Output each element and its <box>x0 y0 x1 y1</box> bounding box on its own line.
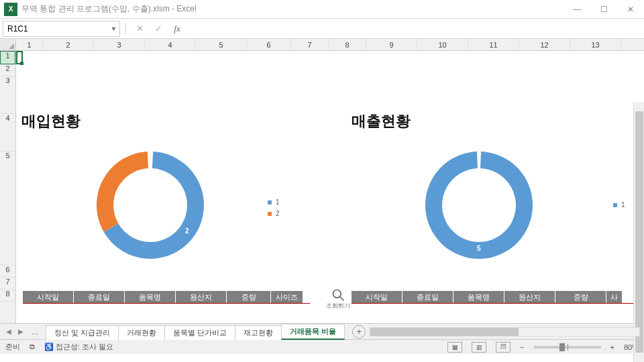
th[interactable]: 종료일 <box>74 291 125 303</box>
view-page-break-icon[interactable]: 凹 <box>496 342 511 353</box>
minimize-button[interactable]: — <box>564 0 590 19</box>
donut-label-1: 1 <box>118 192 122 200</box>
stats-icon[interactable]: ⧉ <box>30 343 35 351</box>
col-header[interactable]: 9 <box>366 39 417 50</box>
zoom-slider[interactable] <box>534 346 601 349</box>
scrollbar-thumb[interactable] <box>635 111 643 353</box>
chart-title-sales: 매출현황 <box>352 111 411 131</box>
legend-label: 1 <box>276 198 280 206</box>
table-row-empty[interactable] <box>23 303 310 312</box>
col-header[interactable]: 13 <box>570 39 621 50</box>
sheet-tab[interactable]: 재고현황 <box>235 325 282 340</box>
window-title: 무역 통합 관리 프로그램(수입, 수출).xlsm - Excel <box>21 3 564 15</box>
svg-line-1 <box>340 296 344 300</box>
donut-label-5: 5 <box>477 245 481 252</box>
col-header[interactable]: 6 <box>247 39 291 50</box>
legend-swatch <box>268 212 272 216</box>
svg-point-0 <box>333 290 341 298</box>
donut-chart-sales: 5 <box>412 138 546 272</box>
th[interactable]: 사이즈 <box>271 291 303 303</box>
zoom-in-button[interactable]: + <box>610 343 614 351</box>
row-header[interactable]: 8 <box>0 290 15 302</box>
row-header[interactable]: 2 <box>0 64 15 76</box>
sheet-nav-more-icon[interactable]: … <box>28 327 42 337</box>
view-page-layout-icon[interactable]: ▥ <box>472 342 486 353</box>
col-header[interactable]: 1 <box>16 39 43 50</box>
chart-title-purchase: 매입현황 <box>21 111 80 131</box>
col-header[interactable]: 11 <box>468 39 519 50</box>
formula-bar: R1C1 ▼ ✕ ✓ fx <box>0 19 644 39</box>
sheet-tab[interactable]: 거래현황 <box>118 325 165 340</box>
legend-purchase: 1 2 <box>268 198 280 221</box>
sheet-tab-active[interactable]: 거래품목 비율 <box>281 324 345 340</box>
grid-area: 1 2 3 4 5 6 7 8 매입현황 매출현황 1 2 1 2 <box>0 51 644 323</box>
legend-sales: 1 <box>613 201 625 213</box>
col-header[interactable]: 2 <box>43 39 94 50</box>
search-label: 조회하기 <box>326 302 350 310</box>
zoom-out-button[interactable]: − <box>520 343 524 351</box>
select-all-corner[interactable] <box>0 39 16 50</box>
excel-icon: X <box>4 3 17 16</box>
col-header[interactable]: 4 <box>145 39 196 50</box>
accessibility-status[interactable]: ♿ 접근성: 조사 필요 <box>44 342 113 352</box>
formula-input[interactable] <box>188 21 641 37</box>
separator <box>125 22 126 36</box>
view-normal-icon[interactable]: ▦ <box>447 342 462 353</box>
th[interactable]: 원산지 <box>504 291 555 303</box>
col-header[interactable]: 3 <box>94 39 145 50</box>
fx-icon[interactable]: fx <box>169 21 185 37</box>
legend-swatch <box>268 200 272 204</box>
table-header-right: 시작일 종료일 품목명 원산지 중량 사 <box>352 291 623 303</box>
enter-formula-icon[interactable]: ✓ <box>150 21 166 37</box>
column-headers: 1 2 3 4 5 6 7 8 9 10 11 12 13 <box>0 39 644 51</box>
name-box-value: R1C1 <box>7 24 28 34</box>
scrollbar-thumb[interactable] <box>370 328 518 336</box>
th[interactable]: 시작일 <box>23 291 74 303</box>
add-sheet-button[interactable]: + <box>352 325 366 339</box>
th[interactable]: 사 <box>606 291 623 303</box>
col-header[interactable]: 10 <box>417 39 468 50</box>
search-button[interactable]: 조회하기 <box>325 287 352 311</box>
col-header[interactable]: 7 <box>291 39 329 50</box>
horizontal-scrollbar[interactable] <box>370 327 640 337</box>
th[interactable]: 중량 <box>555 291 606 303</box>
sheet-nav-next-icon[interactable]: ▶ <box>16 327 25 337</box>
title-bar: X 무역 통합 관리 프로그램(수입, 수출).xlsm - Excel — ☐… <box>0 0 644 19</box>
row-header[interactable]: 6 <box>0 265 15 278</box>
status-ready: 준비 <box>5 342 20 352</box>
search-icon <box>331 288 345 302</box>
sheet-tab[interactable]: 정산 및 지급관리 <box>46 325 119 340</box>
status-bar: 준비 ⧉ ♿ 접근성: 조사 필요 ▦ ▥ 凹 − + 80% <box>0 339 644 354</box>
name-box-dropdown-icon[interactable]: ▼ <box>111 25 117 32</box>
row-header[interactable]: 7 <box>0 278 15 290</box>
row-header[interactable]: 1 <box>0 51 15 64</box>
vertical-scrollbar[interactable] <box>633 102 644 362</box>
col-header[interactable]: 5 <box>196 39 247 50</box>
legend-label: 1 <box>621 201 625 208</box>
donut-chart-purchase: 1 2 <box>83 138 217 272</box>
zoom-knob[interactable] <box>559 343 565 351</box>
worksheet[interactable]: 매입현황 매출현황 1 2 1 2 5 1 <box>16 51 644 323</box>
th[interactable]: 시작일 <box>352 291 402 303</box>
row-header[interactable]: 3 <box>0 76 15 114</box>
selected-cell[interactable] <box>16 51 23 64</box>
sheet-tab[interactable]: 품목별 단가비교 <box>164 325 235 340</box>
row-header[interactable]: 5 <box>0 152 15 265</box>
col-header[interactable]: 12 <box>519 39 570 50</box>
table-row-empty[interactable] <box>352 303 633 312</box>
th[interactable]: 원산지 <box>176 291 227 303</box>
row-headers: 1 2 3 4 5 6 7 8 <box>0 51 16 323</box>
sheet-nav-prev-icon[interactable]: ◀ <box>4 327 13 337</box>
name-box[interactable]: R1C1 ▼ <box>3 21 120 37</box>
sheet-nav: ◀ ▶ … <box>0 327 46 337</box>
th[interactable]: 종료일 <box>402 291 453 303</box>
sheet-tab-row: ◀ ▶ … 정산 및 지급관리 거래현황 품목별 단가비교 재고현황 거래품목 … <box>0 323 644 339</box>
cancel-formula-icon[interactable]: ✕ <box>131 21 148 37</box>
row-header[interactable]: 4 <box>0 114 15 152</box>
maximize-button[interactable]: ☐ <box>590 0 617 19</box>
th[interactable]: 품목명 <box>453 291 504 303</box>
th[interactable]: 중량 <box>227 291 271 303</box>
close-button[interactable]: ✕ <box>617 0 644 19</box>
col-header[interactable]: 8 <box>329 39 366 50</box>
th[interactable]: 품목명 <box>125 291 176 303</box>
